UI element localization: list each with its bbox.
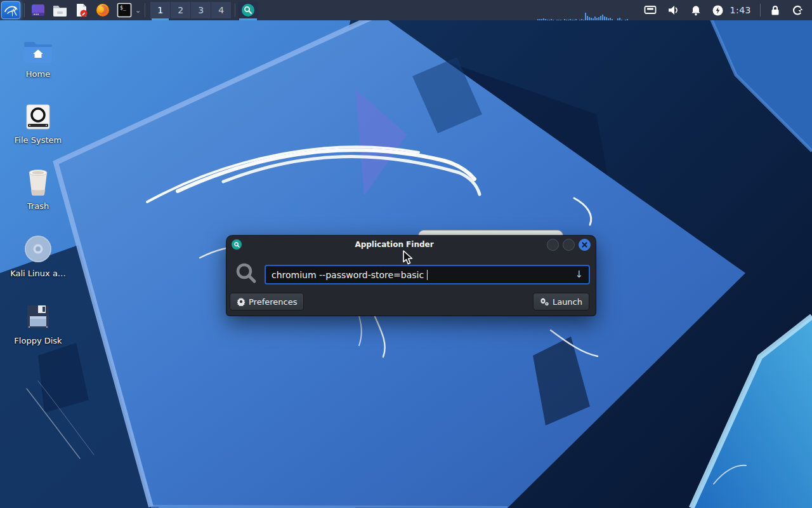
launcher-window-manager[interactable]: [30, 2, 46, 18]
desktop-icon-home[interactable]: Home: [5, 34, 71, 79]
panel-separator: [145, 3, 145, 17]
desktop-icon-trash[interactable]: Trash: [5, 166, 71, 211]
top-panel: $_ ⌄ 1 2 3 4: [0, 0, 812, 20]
workspace-number: 4: [218, 5, 224, 15]
launch-label: Launch: [553, 297, 582, 307]
preferences-button[interactable]: Preferences: [230, 293, 304, 311]
text-editor-icon: [74, 3, 89, 18]
gear-icon: [237, 297, 246, 306]
workspace-3[interactable]: 3: [191, 2, 211, 18]
taskbar-application-finder[interactable]: [238, 2, 258, 18]
application-finder-mini-icon: [232, 239, 242, 250]
launcher-firefox[interactable]: [95, 2, 111, 18]
dropdown-arrow-icon[interactable]: ↓: [575, 270, 583, 279]
text-caret: [427, 270, 428, 280]
tray-separator: [760, 4, 761, 17]
close-icon: [582, 242, 587, 248]
desktop-icon-kali-cd[interactable]: Kali Linux a…: [5, 234, 71, 278]
firefox-icon: [95, 3, 110, 18]
network-icon[interactable]: [644, 5, 657, 15]
desktop-icon-label: Home: [5, 69, 71, 79]
application-finder-icon: [241, 3, 255, 17]
launcher-text-editor[interactable]: [73, 2, 89, 18]
kali-logo-icon: [3, 3, 18, 18]
desktop-icon-label: Floppy Disk: [5, 336, 71, 345]
search-input-value: chromium --password-store=basic: [272, 270, 424, 280]
search-icon: [235, 262, 258, 287]
launcher-dropdown-caret[interactable]: ⌄: [135, 6, 141, 15]
search-input[interactable]: chromium --password-store=basic ↓: [265, 265, 590, 284]
mouse-cursor: [402, 250, 416, 268]
screen-lock-icon[interactable]: [770, 5, 780, 16]
volume-icon[interactable]: [668, 5, 679, 15]
optical-disc-icon: [5, 234, 71, 263]
workspace-number: 1: [157, 5, 163, 15]
panel-separator: [235, 3, 235, 17]
applications-menu-button[interactable]: [1, 1, 20, 19]
workspace-4[interactable]: 4: [211, 2, 231, 18]
floppy-disk-icon: [5, 301, 71, 330]
window-manager-icon: [30, 3, 46, 18]
log-out-icon[interactable]: [792, 4, 803, 16]
svg-text:$_: $_: [120, 5, 126, 11]
panel-separator: [24, 3, 25, 17]
hard-drive-icon: [5, 100, 71, 130]
clock[interactable]: 1:43: [730, 5, 751, 15]
workspace-number: 2: [178, 5, 183, 15]
trash-bucket-icon: [5, 166, 71, 196]
desktop-icon-label: File System: [5, 135, 71, 145]
minimize-button[interactable]: [547, 239, 559, 251]
cpu-graph[interactable]: [535, 0, 632, 20]
workspace-2[interactable]: 2: [171, 2, 190, 18]
launcher-terminal[interactable]: $_: [116, 2, 133, 18]
launch-gears-icon: [540, 297, 549, 306]
dialog-title: Application Finder: [242, 240, 547, 249]
desktop-icon-file-system[interactable]: File System: [5, 100, 71, 145]
terminal-icon: $_: [117, 3, 132, 18]
workspace-1[interactable]: 1: [150, 2, 170, 18]
desktop-icon-floppy-disk[interactable]: Floppy Disk: [5, 301, 71, 345]
home-folder-icon: [5, 34, 71, 64]
system-tray: 1:43: [535, 0, 812, 20]
close-button[interactable]: [579, 239, 591, 251]
notifications-bell-icon[interactable]: [691, 5, 701, 16]
file-manager-icon: [52, 3, 68, 18]
preferences-label: Preferences: [249, 297, 297, 307]
power-manager-icon[interactable]: [712, 5, 723, 16]
desktop-icon-label: Trash: [5, 201, 71, 211]
workspace-number: 3: [198, 5, 204, 15]
desktop-root: Home File System Trash: [0, 0, 812, 508]
launcher-file-manager[interactable]: [51, 2, 68, 18]
maximize-button[interactable]: [563, 239, 575, 251]
application-finder-dialog: Application Finder chromium --password-s…: [226, 236, 596, 316]
launch-button[interactable]: Launch: [533, 293, 589, 311]
desktop-icon-label: Kali Linux a…: [5, 269, 71, 278]
